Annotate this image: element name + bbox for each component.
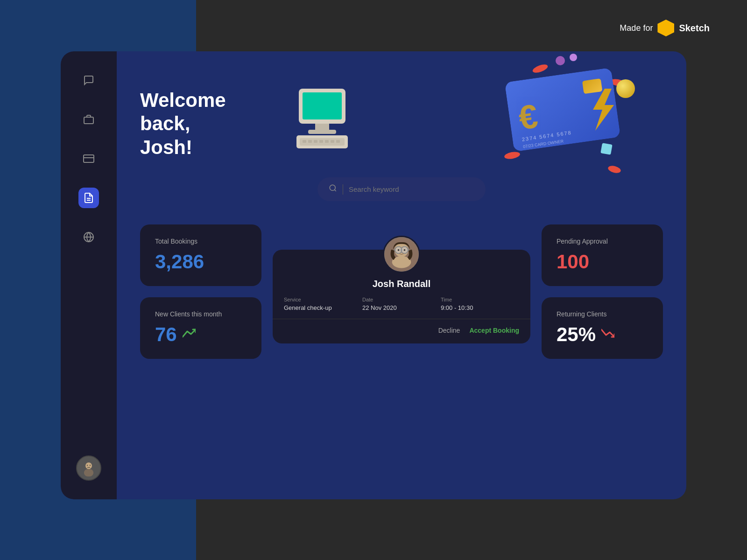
svg-rect-23: [314, 140, 317, 143]
main-card: Welcome back, Josh!: [61, 51, 686, 499]
svg-point-34: [330, 185, 335, 190]
booking-details: Service General check-up Date 22 Nov 202…: [273, 297, 530, 319]
sidebar-item-globe[interactable]: [78, 227, 99, 247]
svg-rect-18: [308, 130, 336, 134]
svg-point-45: [404, 249, 406, 251]
svg-rect-25: [325, 140, 329, 143]
left-column: Total Bookings 3,286 New Clients this mo…: [140, 224, 261, 359]
trend-up-icon: [183, 329, 196, 341]
user-avatar[interactable]: [76, 455, 101, 481]
svg-rect-1: [84, 155, 94, 162]
new-clients-value: 76: [155, 323, 177, 346]
pending-approval-card: Pending Approval 100: [542, 224, 663, 286]
booking-user-name: Josh Randall: [373, 279, 430, 289]
booking-user-avatar: [383, 236, 420, 273]
decline-button[interactable]: Decline: [438, 327, 460, 334]
svg-rect-15: [303, 92, 342, 119]
sketch-label: Sketch: [679, 23, 710, 34]
svg-point-12: [87, 465, 88, 466]
new-clients-card: New Clients this month 76: [140, 297, 261, 359]
booking-card: Josh Randall Service General check-up Da…: [273, 250, 530, 343]
svg-point-11: [85, 462, 92, 469]
welcome-title: Welcome back, Josh!: [140, 89, 280, 159]
total-bookings-value: 3,286: [155, 251, 247, 273]
deco-gold-ball: [616, 79, 635, 98]
accept-button[interactable]: Accept Booking: [469, 327, 519, 334]
svg-point-13: [90, 465, 91, 466]
main-content: Welcome back, Josh!: [117, 51, 686, 499]
svg-rect-10: [84, 469, 93, 476]
search-divider: [343, 184, 343, 195]
sidebar-item-card[interactable]: [78, 148, 99, 169]
date-detail: Date 22 Nov 2020: [362, 297, 441, 311]
deco-red-disc4: [607, 165, 622, 175]
returning-clients-card: Returning Clients 25%: [542, 297, 663, 359]
svg-rect-17: [315, 124, 329, 130]
deco-purple-ball: [556, 56, 565, 65]
svg-rect-0: [84, 117, 93, 124]
search-container: [317, 177, 486, 201]
stats-grid: Total Bookings 3,286 New Clients this mo…: [140, 224, 663, 359]
trend-down-icon: [601, 329, 614, 341]
svg-rect-26: [331, 140, 334, 143]
pending-approval-value: 100: [557, 251, 648, 273]
svg-line-35: [334, 189, 336, 191]
pending-approval-label: Pending Approval: [557, 238, 648, 245]
deco-red-disc: [532, 63, 549, 75]
search-input[interactable]: [349, 185, 474, 193]
center-column: Josh Randall Service General check-up Da…: [273, 224, 530, 359]
sketch-badge: Made for Sketch: [620, 20, 710, 36]
computer-illustration: [285, 79, 359, 156]
credit-card-illustration: € 2374 5674 5678 07/23 CARD OWNER: [495, 51, 635, 182]
booking-actions: Decline Accept Booking: [273, 319, 530, 334]
sidebar-item-document[interactable]: [78, 188, 99, 208]
svg-rect-22: [308, 140, 312, 143]
svg-rect-21: [303, 140, 306, 143]
svg-marker-33: [593, 89, 614, 131]
time-detail: Time 9:00 - 10:30: [441, 297, 519, 311]
sidebar-item-chat[interactable]: [78, 70, 99, 91]
search-row: [140, 177, 663, 220]
deco-blue-cube2: [600, 143, 612, 154]
total-bookings-label: Total Bookings: [155, 238, 247, 245]
svg-rect-24: [319, 140, 323, 143]
made-for-text: Made for: [620, 23, 653, 33]
svg-point-44: [398, 249, 400, 251]
right-column: Pending Approval 100 Returning Clients 2…: [542, 224, 663, 359]
search-icon: [329, 184, 337, 195]
sidebar: [61, 51, 117, 499]
deco-red-disc3: [504, 151, 521, 160]
deco-purple-ball2: [570, 54, 577, 61]
computer-svg: [285, 79, 359, 154]
sidebar-item-briefcase[interactable]: [78, 109, 99, 130]
returning-clients-value: 25%: [557, 323, 596, 346]
sketch-logo-icon: [657, 20, 674, 36]
total-bookings-card: Total Bookings 3,286: [140, 224, 261, 286]
new-clients-label: New Clients this month: [155, 310, 247, 318]
service-detail: Service General check-up: [284, 297, 362, 311]
returning-clients-label: Returning Clients: [557, 310, 648, 318]
returning-clients-value-row: 25%: [557, 323, 648, 346]
lightning-icon: [588, 89, 616, 131]
new-clients-value-row: 76: [155, 323, 247, 346]
svg-rect-27: [336, 140, 340, 143]
